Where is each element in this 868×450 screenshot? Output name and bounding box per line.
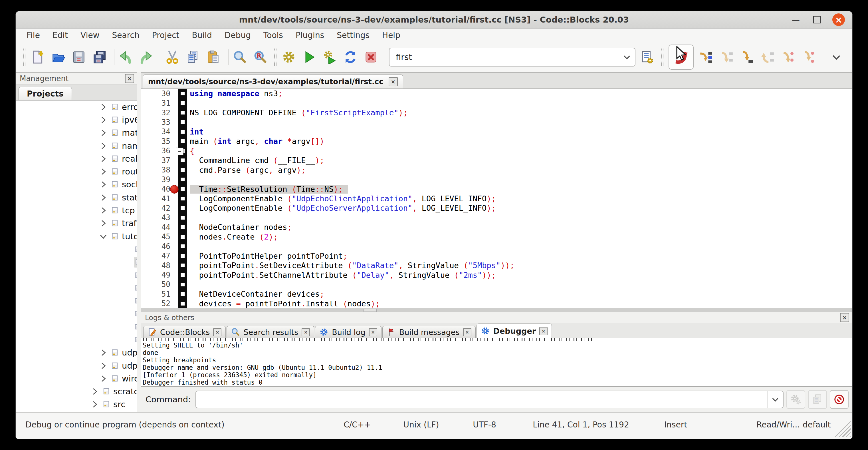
- tree-item-rout[interactable]: rout: [16, 165, 137, 178]
- line-number[interactable]: 34: [141, 127, 170, 136]
- tree-item-real[interactable]: real: [16, 152, 137, 165]
- tree-item-fir[interactable]: fir: [16, 256, 137, 269]
- close-tab-icon[interactable]: ×: [213, 328, 221, 336]
- build-and-run-button[interactable]: [323, 50, 337, 64]
- tree-item-udp-[interactable]: udp-: [16, 359, 137, 372]
- chevron-right-icon[interactable]: [99, 128, 107, 137]
- code-line-30[interactable]: 30using namespace ns3;: [141, 89, 852, 98]
- line-number[interactable]: 38: [141, 166, 170, 174]
- chevron-right-icon[interactable]: [99, 206, 107, 215]
- chevron-right-icon[interactable]: [99, 193, 107, 202]
- line-number[interactable]: 37: [141, 156, 170, 165]
- tab-projects[interactable]: Projects: [19, 87, 72, 100]
- new-file-button[interactable]: [31, 50, 45, 64]
- code-line-33[interactable]: 33: [141, 117, 852, 127]
- menu-tools[interactable]: Tools: [257, 31, 289, 40]
- tree-item-nam[interactable]: nam: [16, 139, 137, 152]
- code-line-52[interactable]: 52 devices = pointToPoint.Install (nodes…: [141, 299, 852, 308]
- code-line-49[interactable]: 49 pointToPoint.SetChannelAttribute ("De…: [141, 270, 852, 279]
- chevron-right-icon[interactable]: [99, 116, 107, 124]
- close-editor-tab-icon[interactable]: ×: [389, 77, 398, 86]
- line-number[interactable]: 32: [141, 109, 170, 117]
- code-line-48[interactable]: 48 pointToPoint.SetDeviceAttribute ("Dat…: [141, 261, 852, 270]
- toolbar-grip[interactable]: [661, 49, 663, 66]
- tree-item-mat[interactable]: mat: [16, 126, 137, 139]
- tree-item-sock[interactable]: sock: [16, 178, 137, 191]
- command-combo[interactable]: [195, 391, 783, 408]
- menu-edit[interactable]: Edit: [46, 31, 74, 40]
- tree-item-six[interactable]: six: [16, 320, 137, 333]
- tree-item-he[interactable]: he: [16, 281, 137, 294]
- code-line-46[interactable]: 46: [141, 242, 852, 251]
- editor-tab-first-cc[interactable]: mnt/dev/tools/source/ns-3-dev/examples/t…: [143, 74, 403, 89]
- build-target-combo[interactable]: [389, 48, 636, 66]
- horizontal-splitter[interactable]: [141, 308, 852, 312]
- log-tab-code-blocks[interactable]: Code::Blocks×: [143, 326, 226, 338]
- code-editor[interactable]: 30using namespace ns3;3132NS_LOG_COMPONE…: [141, 89, 852, 308]
- close-tab-icon[interactable]: ×: [463, 328, 471, 336]
- command-input[interactable]: [196, 395, 767, 404]
- menu-build[interactable]: Build: [186, 31, 218, 40]
- code-line-32[interactable]: 32NS_LOG_COMPONENT_DEFINE ("FirstScriptE…: [141, 108, 852, 117]
- tree-item-fif[interactable]: fif: [16, 243, 137, 256]
- chevron-right-icon[interactable]: [99, 142, 107, 150]
- line-number[interactable]: 30: [141, 89, 170, 98]
- resize-grip-icon[interactable]: [834, 421, 850, 437]
- project-tree[interactable]: erroripv6matnamrealroutsockstattcptrafft…: [16, 100, 137, 412]
- tree-item-error[interactable]: error: [16, 100, 137, 113]
- close-tab-icon[interactable]: ×: [539, 327, 548, 335]
- close-tab-icon[interactable]: ×: [369, 328, 377, 336]
- redo-button[interactable]: [139, 50, 153, 64]
- line-number[interactable]: 50: [141, 280, 170, 289]
- tree-item-src[interactable]: src: [16, 398, 137, 411]
- tree-item-tcp[interactable]: tcp: [16, 204, 137, 217]
- copy-button[interactable]: [186, 50, 200, 64]
- code-line-47[interactable]: 47 PointToPointHelper pointToPoint;: [141, 251, 852, 261]
- line-number[interactable]: 41: [141, 194, 170, 203]
- code-line-35[interactable]: 35main (int argc, char *argv[]): [141, 137, 852, 146]
- maximize-button[interactable]: [811, 14, 823, 25]
- line-number[interactable]: 45: [141, 233, 170, 241]
- code-line-45[interactable]: 45 nodes.Create (2);: [141, 232, 852, 242]
- code-line-42[interactable]: 42 LogComponentEnable ("UdpEchoServerApp…: [141, 203, 852, 213]
- line-number[interactable]: 31: [141, 99, 170, 108]
- code-line-36[interactable]: 36{: [141, 146, 852, 156]
- menu-project[interactable]: Project: [146, 31, 186, 40]
- tree-item-stat[interactable]: stat: [16, 191, 137, 204]
- menu-file[interactable]: File: [20, 31, 46, 40]
- chevron-right-icon[interactable]: [99, 361, 107, 370]
- line-number[interactable]: 52: [141, 299, 170, 308]
- minimize-button[interactable]: —: [790, 14, 802, 25]
- log-tab-build-log[interactable]: Build log×: [315, 326, 381, 338]
- chevron-right-icon[interactable]: [99, 374, 107, 383]
- command-chevron-down-icon[interactable]: [767, 391, 783, 408]
- line-number[interactable]: 39: [141, 175, 170, 184]
- vertical-splitter[interactable]: [137, 72, 141, 412]
- splitter-handle[interactable]: [364, 309, 377, 312]
- stop-debugger-button[interactable]: [830, 390, 848, 409]
- line-number[interactable]: 47: [141, 251, 170, 260]
- replace-button[interactable]: [253, 50, 267, 64]
- line-number[interactable]: 35: [141, 137, 170, 146]
- code-line-40[interactable]: 40 Time::SetResolution (Time::NS);: [141, 184, 852, 193]
- menu-view[interactable]: View: [74, 31, 105, 40]
- menu-search[interactable]: Search: [106, 31, 146, 40]
- menu-help[interactable]: Help: [376, 31, 407, 40]
- save-button[interactable]: [72, 50, 86, 64]
- chevron-right-icon[interactable]: [90, 387, 99, 396]
- tree-item-se[interactable]: se: [16, 307, 137, 320]
- combo-chevron-down-icon[interactable]: [619, 52, 635, 62]
- run-button[interactable]: [302, 50, 316, 64]
- chevron-right-icon[interactable]: [99, 154, 107, 163]
- tree-item-se[interactable]: se: [16, 294, 137, 307]
- debug-tools-button[interactable]: [786, 390, 805, 409]
- toolbar-overflow-button[interactable]: [831, 51, 842, 63]
- next-line-button[interactable]: [719, 50, 734, 64]
- tree-item-th[interactable]: th: [16, 333, 137, 346]
- code-line-44[interactable]: 44 NodeContainer nodes;: [141, 222, 852, 232]
- paste-button[interactable]: [206, 50, 221, 64]
- copy-log-button[interactable]: [808, 390, 827, 409]
- abort-button[interactable]: [364, 50, 378, 64]
- tree-item-udp[interactable]: udp: [16, 347, 137, 359]
- tree-item-wire[interactable]: wire: [16, 372, 137, 385]
